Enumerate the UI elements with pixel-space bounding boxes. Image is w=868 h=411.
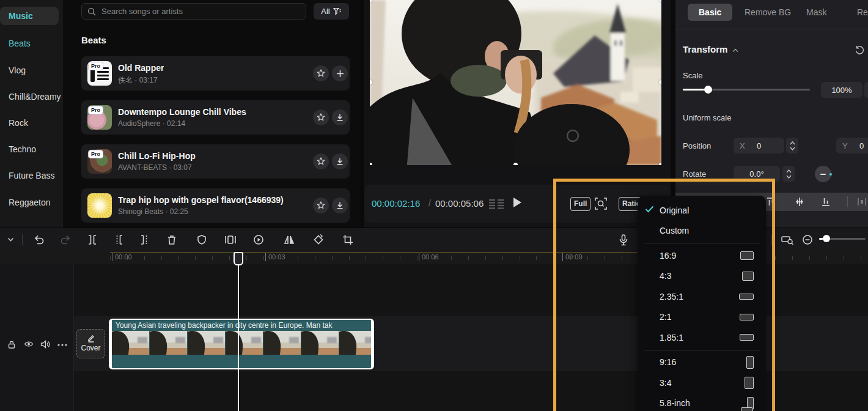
rotate-knob[interactable] <box>815 166 831 182</box>
playhead-line[interactable] <box>238 252 239 411</box>
clip-title: Young Asian traveling backpacker in city… <box>112 320 371 331</box>
timeline-zoom-fit-icon[interactable] <box>781 235 794 245</box>
sidebar-item-rock[interactable]: Rock <box>0 114 63 132</box>
song-row-downtempo[interactable]: Pro Downtempo Lounge Chill Vibes AudioSp… <box>81 100 350 135</box>
preview-zoom-fit-icon[interactable] <box>594 197 608 210</box>
rotate-value-field[interactable]: 0.0° <box>734 166 780 182</box>
filter-button[interactable]: All <box>314 3 349 20</box>
menu-item-2-1[interactable]: 2:1 <box>638 307 766 328</box>
song-row-trap-gospel[interactable]: Trap hip hop with gospel flavor(1466939)… <box>81 188 350 223</box>
menu-item-label: 1.85:1 <box>660 333 683 342</box>
timeline-zoom-slider-handle[interactable] <box>823 235 830 242</box>
position-x-stepper[interactable] <box>786 138 798 154</box>
menu-divider <box>644 243 760 243</box>
tab-mask[interactable]: Mask <box>806 4 826 21</box>
song-row-chill-lofi[interactable]: Pro Chill Lo-Fi Hip-Hop AVANT-BEATS · 03… <box>81 144 350 179</box>
favorite-star-button[interactable] <box>313 109 329 125</box>
tab-retouch-clipped[interactable]: Re <box>857 4 868 21</box>
rotate-stepper[interactable] <box>782 166 795 182</box>
ratio-4-3-icon <box>742 272 754 281</box>
tab-basic[interactable]: Basic <box>688 4 732 21</box>
track-visibility-eye-icon[interactable] <box>24 340 34 348</box>
scale-slider-handle[interactable] <box>704 86 712 94</box>
delete-icon[interactable] <box>166 234 178 246</box>
transform-handle[interactable] <box>659 163 661 165</box>
align-top-icon[interactable] <box>766 197 776 207</box>
timeline-zoom-out-icon[interactable] <box>802 234 813 245</box>
ruler-label: 00:00 <box>112 253 132 261</box>
position-y-field[interactable]: Y 0 <box>836 138 868 154</box>
transform-handle[interactable] <box>370 163 372 165</box>
track-audio-speaker-icon[interactable] <box>40 340 51 349</box>
download-button[interactable] <box>332 198 348 213</box>
favorite-star-button[interactable] <box>313 154 329 169</box>
position-x-field[interactable]: X 0 <box>734 138 784 154</box>
divider <box>771 234 772 245</box>
toolbar-expand-chevron-icon[interactable] <box>7 237 14 242</box>
search-input-wrap[interactable] <box>81 3 306 20</box>
record-voiceover-mic-icon[interactable] <box>617 234 630 247</box>
fullscreen-button[interactable]: Full <box>570 197 590 211</box>
menu-item-4-3[interactable]: 4:3 <box>638 266 766 287</box>
favorite-star-button[interactable] <box>313 198 329 213</box>
distribute-horizontal-icon[interactable] <box>857 197 867 207</box>
song-thumbnail: Pro <box>87 149 112 174</box>
cover-button[interactable]: Cover <box>76 329 105 358</box>
ratio-1-85-1-icon <box>740 334 754 341</box>
transform-handle[interactable] <box>513 163 518 165</box>
sidebar-item-music[interactable]: Music <box>0 7 59 25</box>
frame-preview-icon[interactable] <box>488 199 504 210</box>
sidebar-item-reggaeton[interactable]: Reggaeton <box>0 193 63 212</box>
undo-icon[interactable] <box>33 234 45 246</box>
menu-item-original[interactable]: Original <box>638 200 766 221</box>
transform-section-title: Transform <box>683 44 727 54</box>
scale-label: Scale <box>683 71 703 80</box>
scale-value-field[interactable]: 100% <box>821 82 862 98</box>
video-clip[interactable]: Young Asian traveling backpacker in city… <box>109 319 374 369</box>
align-bottom-icon[interactable] <box>821 197 831 207</box>
menu-item-3-4[interactable]: 3:4 <box>638 372 766 393</box>
sidebar-item-chill-dreamy[interactable]: Chill&Dreamy <box>0 87 63 106</box>
playhead-handle[interactable] <box>234 252 243 265</box>
collapse-caret-icon[interactable] <box>732 48 738 53</box>
song-thumbnail: Pro <box>87 61 112 86</box>
favorite-star-button[interactable] <box>313 65 329 81</box>
search-input[interactable] <box>100 6 286 17</box>
scale-stepper[interactable] <box>864 82 868 98</box>
menu-item-9-16[interactable]: 9:16 <box>638 352 766 373</box>
sidebar-item-techno[interactable]: Techno <box>0 140 63 158</box>
menu-item-custom[interactable]: Custom <box>638 221 766 242</box>
tab-remove-bg[interactable]: Remove BG <box>745 4 791 21</box>
menu-item-2-35-1[interactable]: 2.35:1 <box>638 286 766 307</box>
sidebar-item-beats[interactable]: Beats <box>0 34 63 53</box>
menu-item-1-85-1[interactable]: 1.85:1 <box>638 327 766 348</box>
track-more-options-icon[interactable] <box>57 344 67 346</box>
transform-handle[interactable] <box>659 80 661 84</box>
rotate-icon[interactable] <box>312 234 325 246</box>
reset-transform-icon[interactable] <box>855 45 865 55</box>
add-to-timeline-button[interactable] <box>332 65 348 81</box>
menu-item-16-9[interactable]: 16:9 <box>638 245 766 266</box>
play-button[interactable] <box>513 198 521 207</box>
track-lock-icon[interactable] <box>7 340 16 349</box>
split-delete-left-icon[interactable] <box>112 234 125 246</box>
song-row-old-rapper[interactable]: Pro Old Rapper 佚名 · 03:17 <box>81 56 350 91</box>
sidebar-item-vlog[interactable]: Vlog <box>0 61 63 80</box>
download-button[interactable] <box>332 154 348 169</box>
split-delete-right-icon[interactable] <box>139 234 151 246</box>
freeze-frame-icon[interactable] <box>224 234 237 246</box>
download-button[interactable] <box>332 109 348 125</box>
clip-filmstrip <box>112 331 371 355</box>
video-preview[interactable] <box>370 0 661 165</box>
ratio-3-4-icon <box>745 377 754 389</box>
align-center-horizontal-icon[interactable] <box>795 197 804 207</box>
sidebar-item-future-bass[interactable]: Future Bass <box>0 166 63 185</box>
crop-icon[interactable] <box>342 234 354 246</box>
search-icon <box>87 7 96 16</box>
redo-icon[interactable] <box>59 234 72 246</box>
mirror-icon[interactable] <box>282 234 296 246</box>
x-value: 0 <box>757 141 761 150</box>
split-icon[interactable] <box>86 234 98 246</box>
speed-icon[interactable] <box>252 234 265 246</box>
mute-shield-icon[interactable] <box>196 234 208 246</box>
